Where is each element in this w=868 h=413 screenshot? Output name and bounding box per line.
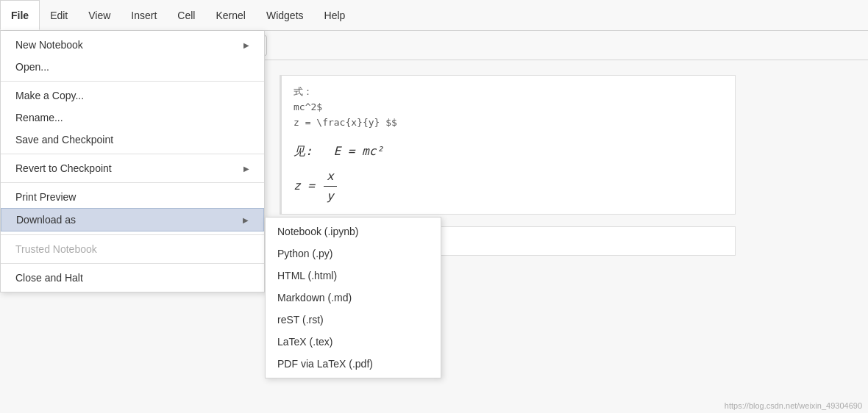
download-python-py[interactable]: Python (.py)	[266, 243, 441, 265]
menu-widgets[interactable]: Widgets	[256, 0, 314, 30]
download-rst[interactable]: reST (.rst)	[266, 309, 441, 331]
dropdown-rename[interactable]: Rename...	[1, 107, 264, 129]
divider-3	[1, 182, 264, 183]
divider-4	[1, 234, 264, 235]
dropdown-save-checkpoint[interactable]: Save and Checkpoint	[1, 129, 264, 151]
dropdown-open[interactable]: Open...	[1, 56, 264, 78]
menu-insert[interactable]: Insert	[121, 0, 167, 30]
watermark: https://blog.csdn.net/weixin_49304690	[725, 401, 862, 410]
download-html[interactable]: HTML (.html)	[266, 265, 441, 287]
dropdown-make-copy[interactable]: Make a Copy...	[1, 85, 264, 107]
arrow-right-icon: ▶	[243, 41, 249, 49]
rendered-formula2: z = x y	[294, 167, 723, 205]
dropdown-new-notebook[interactable]: New Notebook ▶	[1, 34, 264, 56]
download-notebook-ipynb[interactable]: Notebook (.ipynb)	[266, 220, 441, 243]
file-dropdown: New Notebook ▶ Open... Make a Copy... Re…	[0, 31, 265, 292]
dropdown-close-halt[interactable]: Close and Halt	[1, 267, 264, 289]
arrow-right-icon-2: ▶	[243, 165, 249, 173]
download-pdf-latex[interactable]: PDF via LaTeX (.pdf)	[266, 353, 441, 375]
menu-view[interactable]: View	[78, 0, 121, 30]
rendered-formula1: 见: E = mc²	[294, 142, 723, 161]
dropdown-revert-checkpoint[interactable]: Revert to Checkpoint ▶	[1, 157, 264, 179]
divider-2	[1, 154, 264, 154]
menu-cell[interactable]: Cell	[167, 0, 205, 30]
menu-help[interactable]: Help	[314, 0, 356, 30]
download-latex-tex[interactable]: LaTeX (.tex)	[266, 331, 441, 353]
cell-line2: mc^2$	[294, 100, 723, 115]
arrow-right-icon-3: ▶	[243, 216, 249, 224]
dropdown-print-preview[interactable]: Print Preview	[1, 186, 264, 208]
cell-line3: z = \frac{x}{y} $$	[294, 115, 723, 131]
menu-kernel[interactable]: Kernel	[205, 0, 255, 30]
menu-file[interactable]: File	[0, 0, 40, 30]
dropdown-download-as[interactable]: Download as ▶	[1, 208, 264, 231]
divider-5	[1, 263, 264, 264]
cell-line1: 式：	[294, 85, 723, 100]
menubar: File Edit View Insert Cell Kernel Widget…	[0, 0, 868, 31]
dropdown-trusted-notebook: Trusted Notebook	[1, 238, 264, 260]
divider-1	[1, 81, 264, 82]
download-as-submenu: Notebook (.ipynb) Python (.py) HTML (.ht…	[265, 217, 441, 378]
download-markdown[interactable]: Markdown (.md)	[266, 287, 441, 309]
notebook-cell: 式： mc^2$ z = \frac{x}{y} $$ 见: E = mc² z…	[280, 75, 736, 215]
menu-edit[interactable]: Edit	[40, 0, 78, 30]
